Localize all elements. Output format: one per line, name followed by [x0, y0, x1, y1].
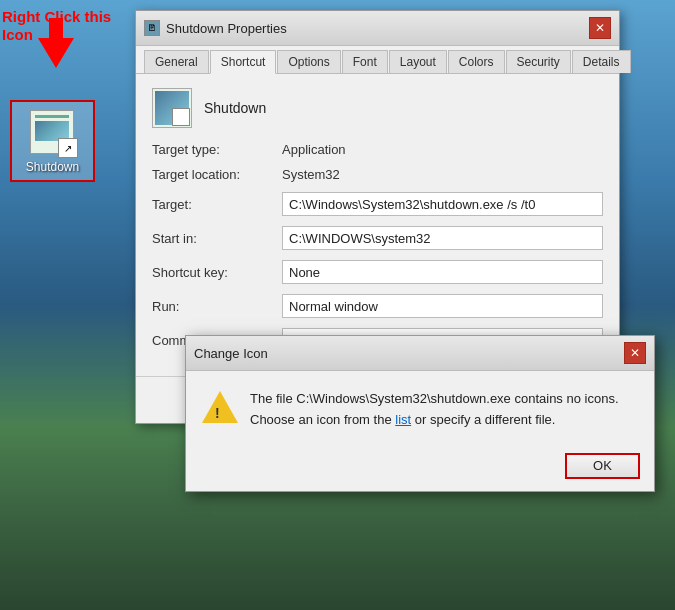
desktop-icon-label: Shutdown [18, 160, 87, 174]
dialog-title: Shutdown Properties [166, 21, 287, 36]
change-icon-message: The file C:\Windows\System32\shutdown.ex… [250, 389, 638, 431]
tab-font[interactable]: Font [342, 50, 388, 73]
warning-icon [202, 389, 238, 425]
run-row: Run: [152, 294, 603, 318]
shortcut-key-row: Shortcut key: [152, 260, 603, 284]
change-icon-dialog: Change Icon ✕ The file C:\Windows\System… [185, 335, 655, 492]
start-in-input[interactable] [282, 226, 603, 250]
change-icon-content: The file C:\Windows\System32\shutdown.ex… [186, 371, 654, 445]
shortcut-arrow-icon: ↗ [58, 138, 78, 158]
shortcut-name-label: Shutdown [204, 100, 266, 116]
change-icon-titlebar: Change Icon ✕ [186, 336, 654, 371]
change-icon-title: Change Icon [194, 346, 268, 361]
titlebar-left: 🖹 Shutdown Properties [144, 20, 287, 36]
main-dialog-close-button[interactable]: ✕ [589, 17, 611, 39]
dialog-title-icon: 🖹 [144, 20, 160, 36]
list-link[interactable]: list [395, 412, 411, 427]
main-dialog-titlebar: 🖹 Shutdown Properties ✕ [136, 11, 619, 46]
run-input[interactable] [282, 294, 603, 318]
shortcut-icon-image [152, 88, 192, 128]
start-in-label: Start in: [152, 231, 282, 246]
shortcut-header: Shutdown [152, 88, 603, 128]
warning-triangle-icon [202, 391, 238, 423]
target-location-label: Target location: [152, 167, 282, 182]
change-icon-message-line2: Choose an icon from the list or specify … [250, 410, 638, 431]
tab-shortcut[interactable]: Shortcut [210, 50, 277, 74]
desktop-icon-image: ↗ [28, 108, 78, 158]
change-icon-close-button[interactable]: ✕ [624, 342, 646, 364]
tab-colors[interactable]: Colors [448, 50, 505, 73]
target-row: Target: [152, 192, 603, 216]
tab-general[interactable]: General [144, 50, 209, 73]
tab-layout[interactable]: Layout [389, 50, 447, 73]
tab-options[interactable]: Options [277, 50, 340, 73]
shortcut-key-label: Shortcut key: [152, 265, 282, 280]
tab-security[interactable]: Security [506, 50, 571, 73]
target-type-value: Application [282, 142, 346, 157]
run-label: Run: [152, 299, 282, 314]
dialog-content: Shutdown Target type: Application Target… [136, 74, 619, 376]
tabs-bar: General Shortcut Options Font Layout Col… [136, 46, 619, 74]
tab-details[interactable]: Details [572, 50, 631, 73]
shortcut-key-input[interactable] [282, 260, 603, 284]
target-type-row: Target type: Application [152, 142, 603, 157]
arrow-indicator [38, 48, 74, 68]
change-icon-message-line1: The file C:\Windows\System32\shutdown.ex… [250, 389, 638, 410]
desktop-icon[interactable]: ↗ Shutdown [10, 100, 95, 182]
target-location-row: Target location: System32 [152, 167, 603, 182]
start-in-row: Start in: [152, 226, 603, 250]
change-icon-buttons: OK [186, 445, 654, 491]
target-type-label: Target type: [152, 142, 282, 157]
target-label: Target: [152, 197, 282, 212]
change-icon-ok-button[interactable]: OK [565, 453, 640, 479]
target-location-value: System32 [282, 167, 340, 182]
target-input[interactable] [282, 192, 603, 216]
